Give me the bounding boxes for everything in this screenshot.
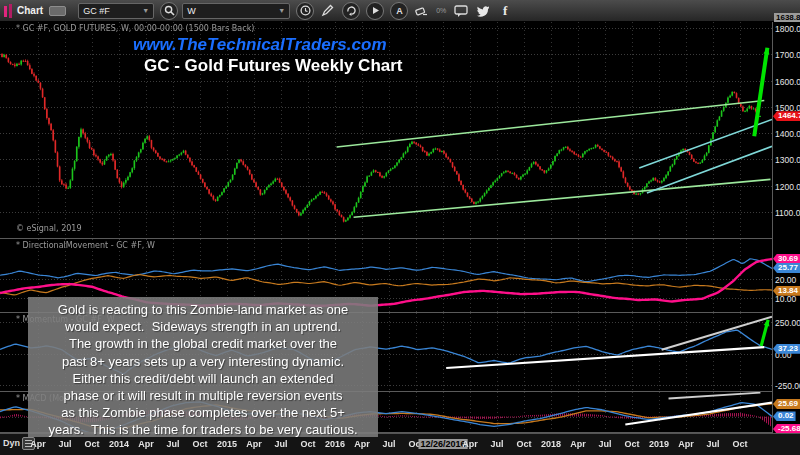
eraser-icon	[415, 5, 428, 16]
speech-bubble-icon	[454, 5, 468, 17]
axis-tick-label: 1600.0	[775, 77, 800, 87]
app-label: Chart	[17, 5, 43, 16]
axis-value-badge: 25.69	[773, 399, 800, 409]
time-axis-label: Apr	[354, 439, 370, 449]
time-axis-label: Apr	[138, 439, 154, 449]
time-axis-label: Apr	[246, 439, 262, 449]
trading-app-window: Chart GC #F▼ W▼ A 0%	[0, 0, 800, 455]
chevron-down-icon: ▼	[142, 7, 149, 14]
time-axis-label: Oct	[84, 439, 99, 449]
alerts-button[interactable]: A	[390, 2, 408, 20]
time-axis-label: Apr	[678, 439, 694, 449]
interval-dropdown[interactable]: W▼	[182, 3, 290, 19]
pencil-icon	[321, 4, 334, 17]
time-axis-label: Jul	[58, 439, 71, 449]
time-axis-label: Jul	[382, 439, 395, 449]
panel-separator[interactable]	[0, 238, 772, 239]
facebook-share-button[interactable]: f	[496, 2, 514, 20]
symbol-value: GC #F	[83, 6, 110, 16]
twitter-bird-icon	[476, 5, 490, 17]
axis-value-badge: 30.69	[773, 254, 800, 264]
chevron-down-icon: ▼	[278, 7, 285, 14]
time-axis-label: Jul	[166, 439, 179, 449]
symbol-dropdown[interactable]: GC #F▼	[78, 3, 154, 19]
time-axis-label: Apr	[30, 439, 46, 449]
time-settings-button[interactable]	[296, 2, 314, 20]
time-axis-label: 2014	[109, 439, 129, 449]
top-toolbar: Chart GC #F▼ W▼ A 0%	[0, 0, 800, 22]
annotation-text-box[interactable]: Gold is reacting to this Zombie-land mar…	[28, 297, 378, 437]
app-logo-icon	[4, 4, 13, 18]
time-axis-label: Jul	[490, 439, 503, 449]
time-axis-label: Oct	[624, 439, 639, 449]
dm-panel-label: * DirectionalMovement - GC #F, W	[16, 241, 155, 250]
axis-tick-label: 1300.0	[775, 155, 800, 165]
comments-button[interactable]	[452, 2, 470, 20]
axis-tick-label: 1100.0	[775, 208, 800, 218]
chart-title: GC - Gold Futures Weekly Chart	[144, 56, 403, 76]
watermark-url: www.TheTechnicalTraders.com	[133, 35, 387, 55]
symbol-descriptor: * GC #F, GOLD FUTURES, W, 00:00-00:00 (1…	[16, 24, 254, 33]
axis-value-badge: 37.23	[773, 344, 800, 354]
time-axis-highlighted-date: 12/26/2016	[418, 439, 467, 449]
axis-tick-label: 1400.0	[775, 129, 800, 139]
time-axis-label: Oct	[516, 439, 531, 449]
loop-arrow-icon	[346, 5, 357, 16]
time-axis-label: 2015	[217, 439, 237, 449]
time-axis-label: 2018	[541, 439, 561, 449]
axis-value-badge: 25.77	[773, 263, 800, 273]
axis-tick-label: 1700.0	[775, 50, 800, 60]
chart-id-badge	[49, 6, 66, 16]
refresh-button[interactable]	[342, 2, 360, 20]
eraser-button[interactable]	[412, 2, 430, 20]
axis-tick-label: 250.00	[775, 318, 800, 328]
facebook-icon: f	[503, 3, 507, 19]
axis-value-badge: 1464.7	[773, 111, 800, 121]
time-axis-label: Apr	[570, 439, 586, 449]
axis-tick-label: 1200.0	[775, 182, 800, 192]
time-axis-label: Oct	[732, 439, 747, 449]
time-axis-label: 2019	[649, 439, 669, 449]
price-axis[interactable]: 1800.01700.01600.01500.01400.01300.01200…	[773, 22, 800, 433]
draw-tool-button[interactable]	[318, 2, 336, 20]
axis-tick-label: 20.00	[775, 275, 796, 285]
axis-cursor-badge: 1638.8	[774, 13, 800, 22]
play-button[interactable]	[366, 2, 384, 20]
time-axis-label: Oct	[192, 439, 207, 449]
interval-value: W	[187, 6, 196, 16]
axis-tick-label: -250.00	[775, 381, 800, 391]
time-axis-label: 2016	[325, 439, 345, 449]
axis-value-badge: 0.02	[773, 411, 796, 421]
axis-value-badge: 13.84	[773, 286, 800, 296]
play-icon	[371, 6, 380, 15]
twitter-share-button[interactable]	[474, 2, 492, 20]
time-axis-label: Oct	[300, 439, 315, 449]
zoom-percent-label: 0%	[436, 7, 446, 14]
magnifier-icon	[164, 5, 175, 16]
time-axis-label: Jul	[274, 439, 287, 449]
letter-a-icon: A	[394, 5, 405, 16]
time-axis-label: Jul	[598, 439, 611, 449]
copyright-label: © eSignal, 2019	[16, 224, 81, 233]
clock-icon	[300, 5, 311, 16]
time-axis-label: Jul	[706, 439, 719, 449]
svg-text:A: A	[396, 6, 403, 16]
symbol-search-button[interactable]	[160, 2, 178, 20]
dyn-label: Dyn	[3, 438, 20, 448]
axis-tick-label: 1800.0	[775, 24, 800, 34]
time-axis-label: Apr	[462, 439, 478, 449]
